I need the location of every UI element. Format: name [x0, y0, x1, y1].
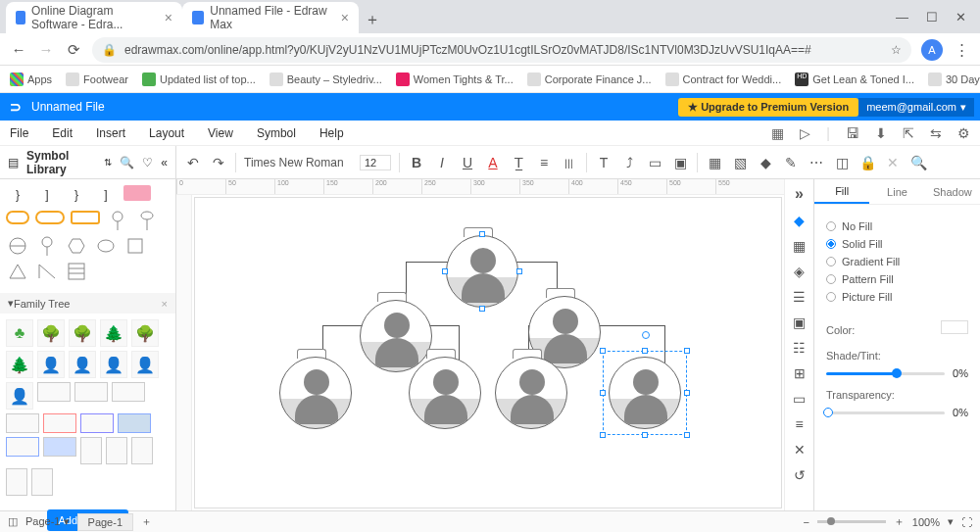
person-node[interactable]	[409, 357, 481, 429]
menu-layout[interactable]: Layout	[149, 126, 184, 140]
template-thumb[interactable]: 👤	[131, 351, 159, 378]
table-icon[interactable]: ▦	[706, 154, 723, 171]
menu-file[interactable]: File	[10, 126, 28, 140]
star-icon[interactable]: ☆	[891, 43, 902, 57]
tools-icon[interactable]: ✕	[884, 154, 902, 171]
library-toggle-icon[interactable]: ▤	[8, 156, 19, 169]
shape-swatch[interactable]	[123, 185, 151, 201]
template-thumb[interactable]	[118, 413, 151, 433]
export-icon[interactable]: ⇱	[903, 125, 914, 141]
download-icon[interactable]: ⬇	[875, 125, 887, 141]
radio-solid-fill[interactable]: Solid Fill	[826, 238, 968, 250]
favorite-icon[interactable]: ♡	[142, 156, 153, 169]
template-thumb[interactable]	[43, 437, 76, 457]
template-thumb[interactable]	[80, 437, 102, 464]
menu-view[interactable]: View	[208, 126, 233, 140]
person-node-root[interactable]	[446, 235, 518, 308]
expand-panel-icon[interactable]: »	[795, 185, 804, 203]
menu-insert[interactable]: Insert	[96, 126, 125, 140]
shape-swatch[interactable]	[65, 262, 88, 281]
reload-button[interactable]: ⟳	[65, 41, 82, 59]
shape-swatch[interactable]: ]	[94, 185, 118, 205]
play-icon[interactable]: ▷	[800, 125, 810, 141]
tab-close-icon[interactable]: ×	[165, 10, 172, 25]
fill-icon[interactable]: ◆	[757, 154, 774, 171]
font-family-select[interactable]: Times New Roman	[244, 156, 352, 169]
template-thumb[interactable]: 🌳	[37, 319, 65, 347]
collapse-icon[interactable]: ⇅	[104, 157, 112, 168]
redo-icon[interactable]: ↷	[210, 154, 227, 171]
template-thumb[interactable]: 🌲	[6, 351, 33, 378]
settings-icon[interactable]: ⚙	[957, 125, 970, 141]
line-spacing-icon[interactable]: ⫼	[561, 154, 578, 171]
template-thumb[interactable]: 👤	[6, 382, 33, 410]
shape-swatch[interactable]	[6, 211, 29, 224]
shape-swatch[interactable]	[35, 262, 59, 281]
new-tab-button[interactable]: ＋	[359, 6, 386, 33]
app-logo-icon[interactable]: ⊃	[6, 97, 25, 117]
apps-button[interactable]: Apps	[10, 73, 52, 86]
tab-fill[interactable]: Fill	[814, 179, 869, 204]
search-canvas-icon[interactable]: 🔍	[909, 154, 927, 171]
section-family-tree[interactable]: ▾ Family Tree ×	[0, 293, 175, 314]
align-tool-icon[interactable]: ☰	[793, 289, 806, 305]
template-thumb[interactable]	[131, 437, 153, 464]
zoom-in-icon[interactable]: ＋	[894, 514, 905, 529]
shape-swatch[interactable]	[71, 211, 100, 224]
radio-no-fill[interactable]: No Fill	[826, 220, 968, 232]
user-menu[interactable]: meem@gmail.com ▾	[858, 98, 974, 117]
template-thumb[interactable]	[37, 382, 71, 402]
person-node[interactable]	[495, 357, 567, 429]
align-icon[interactable]: ≡	[535, 154, 553, 171]
template-thumb[interactable]	[6, 468, 27, 496]
present-icon[interactable]: ▦	[771, 125, 784, 141]
template-thumb[interactable]	[43, 413, 76, 433]
bold-icon[interactable]: B	[408, 154, 425, 171]
template-thumb[interactable]: 👤	[100, 351, 127, 378]
shuffle-icon[interactable]: ✕	[794, 442, 806, 458]
font-size-select[interactable]: 12	[360, 155, 391, 170]
search-icon[interactable]: 🔍	[120, 156, 134, 169]
save-icon[interactable]: 🖫	[846, 125, 859, 141]
browser-menu-icon[interactable]: ⋮	[953, 41, 970, 59]
layers-icon[interactable]: ◈	[794, 264, 805, 279]
lock-icon[interactable]: 🔒	[858, 154, 876, 171]
rotate-handle[interactable]	[642, 331, 650, 339]
maximize-icon[interactable]: ☐	[926, 10, 938, 24]
fill-tool-icon[interactable]: ◆	[794, 213, 805, 228]
line-style-icon[interactable]: ⋯	[808, 154, 825, 171]
shape-swatch[interactable]	[106, 211, 129, 230]
address-bar[interactable]: 🔒 edrawmax.com/online/app.html?y0/KUjV2y…	[92, 37, 911, 63]
image-icon[interactable]: ▣	[671, 154, 689, 171]
bookmark-item[interactable]: Women Tights & Tr...	[396, 73, 514, 86]
radio-gradient-fill[interactable]: Gradient Fill	[826, 256, 968, 267]
shade-slider[interactable]	[826, 372, 945, 375]
page-tab[interactable]: Page-1	[77, 513, 133, 531]
chart-icon[interactable]: ▧	[731, 154, 749, 171]
spacing-icon[interactable]: ≡	[795, 416, 803, 432]
rectangle-icon[interactable]: ▭	[646, 154, 663, 171]
bookmark-item[interactable]: 30 Day Fitness Chal...	[928, 73, 980, 86]
pen-icon[interactable]: ✎	[782, 154, 800, 171]
shape-swatch[interactable]	[6, 262, 29, 281]
bookmark-item[interactable]: HDGet Lean & Toned I...	[795, 73, 914, 86]
person-node[interactable]	[279, 357, 352, 429]
symbol-library-label[interactable]: Symbol Library	[26, 149, 96, 176]
fullscreen-icon[interactable]: ⛶	[961, 516, 972, 528]
shape-swatch[interactable]: ]	[35, 185, 59, 205]
browser-tab-active[interactable]: Unnamed File - Edraw Max ×	[182, 2, 359, 33]
bookmark-item[interactable]: Updated list of top...	[142, 73, 256, 86]
add-page-button[interactable]: ＋	[141, 514, 152, 529]
menu-symbol[interactable]: Symbol	[257, 126, 296, 140]
share-icon[interactable]: ⇆	[930, 125, 942, 141]
page-nav-icon[interactable]: ◫	[8, 515, 18, 528]
undo-icon[interactable]: ↶	[184, 154, 202, 171]
stack-icon[interactable]: ☷	[793, 340, 806, 356]
distribute-icon[interactable]: ⊞	[794, 365, 806, 381]
tab-close-icon[interactable]: ×	[341, 10, 349, 25]
template-thumb[interactable]: 🌳	[131, 319, 159, 347]
template-thumb[interactable]	[80, 413, 114, 433]
close-section-icon[interactable]: ×	[162, 298, 168, 310]
template-thumb[interactable]: 👤	[37, 351, 65, 378]
crop-icon[interactable]: ◫	[833, 154, 851, 171]
